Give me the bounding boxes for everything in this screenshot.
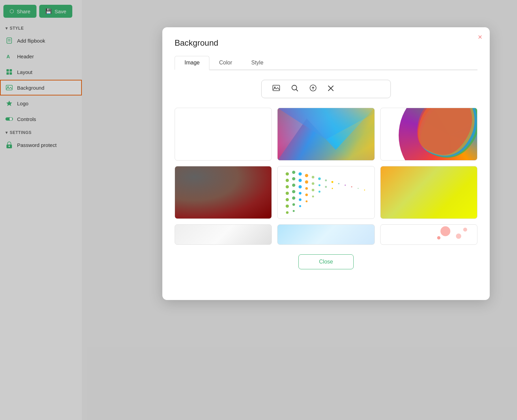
svg-point-46: [306, 200, 308, 202]
tab-color[interactable]: Color: [209, 56, 241, 70]
svg-point-49: [312, 189, 314, 192]
svg-point-56: [331, 181, 334, 183]
upload-icon: [309, 84, 317, 94]
svg-point-31: [292, 184, 295, 187]
svg-point-23: [286, 179, 289, 182]
background-option-triangles[interactable]: [277, 108, 374, 161]
image-view-button[interactable]: [267, 83, 285, 95]
svg-point-53: [319, 191, 321, 193]
svg-point-55: [325, 186, 327, 188]
modal-overlay: Background × Image Color Style: [0, 0, 517, 420]
svg-point-32: [292, 190, 295, 193]
svg-point-61: [358, 188, 359, 189]
svg-point-24: [286, 185, 289, 188]
svg-point-38: [299, 185, 302, 188]
svg-point-35: [293, 210, 295, 212]
modal-close-button[interactable]: ×: [478, 33, 482, 41]
image-grid: [175, 108, 477, 245]
svg-point-54: [325, 179, 327, 181]
upload-button[interactable]: [304, 83, 322, 95]
svg-point-34: [293, 203, 295, 206]
svg-point-63: [440, 226, 450, 236]
background-option-red[interactable]: [380, 224, 477, 245]
svg-point-29: [292, 171, 295, 174]
svg-point-48: [312, 182, 314, 185]
background-option-gradient-dark[interactable]: [175, 166, 272, 219]
svg-point-22: [286, 172, 289, 175]
svg-point-43: [305, 180, 308, 183]
svg-rect-15: [273, 85, 280, 91]
image-view-icon: [272, 84, 280, 94]
background-modal: Background × Image Color Style: [162, 27, 490, 300]
svg-point-65: [437, 236, 440, 240]
modal-footer: Close: [175, 254, 477, 269]
clear-icon: [328, 85, 334, 93]
svg-point-36: [299, 172, 302, 175]
svg-point-60: [351, 186, 353, 188]
svg-point-40: [299, 198, 302, 201]
search-button[interactable]: [285, 83, 304, 95]
close-modal-button[interactable]: Close: [298, 254, 354, 269]
svg-point-27: [286, 205, 289, 208]
image-toolbar: [261, 80, 391, 98]
tab-image[interactable]: Image: [175, 56, 209, 70]
svg-point-42: [305, 174, 308, 177]
modal-tabs: Image Color Style: [175, 56, 477, 70]
svg-point-44: [306, 187, 308, 190]
tab-style[interactable]: Style: [242, 56, 273, 70]
svg-point-59: [345, 184, 346, 186]
svg-point-57: [332, 188, 333, 189]
background-option-dots[interactable]: [277, 166, 374, 219]
clear-button[interactable]: [322, 83, 339, 95]
svg-point-28: [286, 211, 289, 214]
svg-point-47: [312, 176, 314, 179]
svg-point-25: [286, 192, 289, 195]
svg-point-50: [312, 195, 314, 197]
svg-line-18: [296, 90, 298, 91]
svg-point-37: [299, 179, 302, 182]
svg-point-58: [338, 183, 340, 184]
background-option-blue[interactable]: [277, 224, 374, 245]
svg-point-30: [292, 177, 295, 180]
svg-point-33: [292, 196, 295, 199]
modal-title: Background: [175, 38, 477, 48]
svg-point-41: [299, 205, 301, 207]
close-modal-label: Close: [319, 259, 333, 265]
svg-point-51: [318, 178, 321, 180]
svg-point-62: [364, 190, 365, 191]
background-option-blank[interactable]: [175, 108, 272, 161]
search-icon: [291, 84, 298, 94]
svg-point-45: [306, 194, 308, 196]
svg-point-66: [463, 228, 467, 232]
svg-point-26: [286, 198, 289, 201]
svg-point-39: [299, 192, 302, 195]
background-option-light[interactable]: [175, 224, 272, 245]
close-icon: ×: [478, 33, 482, 41]
svg-point-52: [319, 184, 321, 186]
svg-point-64: [456, 234, 461, 239]
background-option-yellow-green[interactable]: [380, 166, 477, 219]
background-option-swirl[interactable]: [380, 108, 477, 161]
